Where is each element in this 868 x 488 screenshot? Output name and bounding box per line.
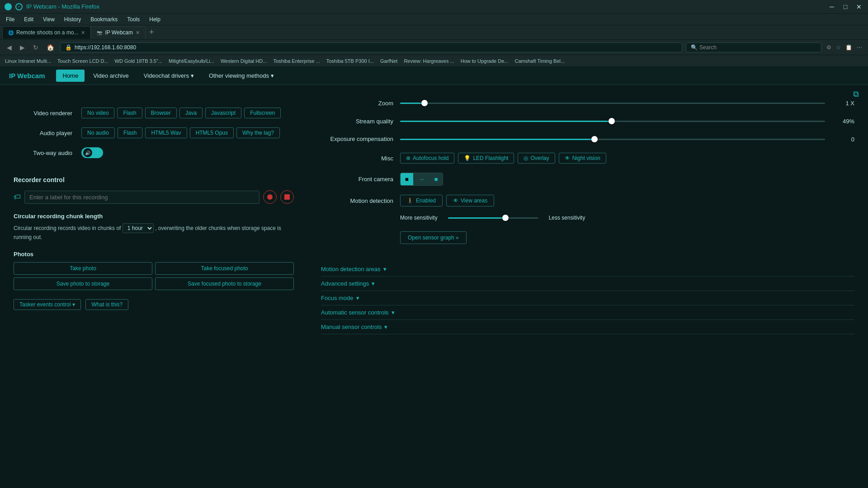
search-bar[interactable]: 🔍 Search [686, 42, 821, 52]
cam-switch-button[interactable]: → [413, 173, 430, 185]
menu-history[interactable]: History [61, 15, 85, 23]
recorder-title: Recorder control [14, 176, 294, 183]
search-icon: 🔍 [691, 44, 698, 51]
record-start-button[interactable] [263, 190, 277, 204]
nav-icon-1[interactable]: ⚙ [825, 43, 833, 52]
bookmark-3[interactable]: Milight/Easybulb/Li... [166, 57, 217, 65]
save-focused-photo-button[interactable]: Save focused photo to storage [155, 277, 294, 290]
toggle-knob: 🔊 [83, 148, 92, 157]
take-photo-button[interactable]: Take photo [14, 262, 152, 275]
motion-enabled-button[interactable]: 🚶 Enabled [400, 195, 443, 206]
nav-videochat[interactable]: Videochat drivers ▾ [137, 70, 200, 82]
nav-icon-3[interactable]: 📋 [844, 43, 854, 52]
nav-icon-4[interactable]: ⋯ [855, 43, 863, 52]
collapsible-automatic-sensor[interactable]: Automatic sensor controls ▾ [321, 305, 854, 320]
bookmark-2[interactable]: WD Gold 18TB 3.5"... [112, 57, 165, 65]
menu-file[interactable]: File [2, 15, 18, 23]
bookmark-4[interactable]: Western Digital HD... [218, 57, 270, 65]
motion-detection-row: Motion detection 🚶 Enabled 👁 View areas [321, 195, 854, 206]
bookmark-9[interactable]: How to Upgrade De... [458, 57, 511, 65]
minimize-button[interactable]: ─ [827, 2, 836, 11]
bookmark-8[interactable]: Review: Hargreaves ... [401, 57, 457, 65]
tab-ip-webcam-label: IP Webcam [105, 29, 133, 36]
btn-flash-audio[interactable]: Flash [118, 127, 142, 138]
stream-quality-thumb[interactable] [609, 118, 615, 124]
bookmark-5[interactable]: Toshiba Enterprise ... [270, 57, 322, 65]
focus-mode-label: Focus mode [321, 295, 354, 301]
reload-button[interactable]: ↻ [31, 43, 41, 52]
menu-edit[interactable]: Edit [20, 15, 37, 23]
cam-switch-icon: → [419, 176, 425, 183]
bookmark-0[interactable]: Linux Intranet Multi... [2, 57, 54, 65]
close-button[interactable]: ✕ [854, 2, 863, 11]
zoom-thumb[interactable] [421, 100, 428, 106]
tab-ip-webcam-close[interactable]: ✕ [136, 30, 140, 36]
btn-no-audio[interactable]: No audio [81, 127, 115, 138]
tab-ip-webcam[interactable]: 📷 IP Webcam ✕ [91, 26, 146, 39]
tab-remote-close[interactable]: ✕ [81, 30, 85, 36]
menu-tools[interactable]: Tools [123, 15, 143, 23]
new-tab-button[interactable]: + [146, 28, 158, 37]
menu-help[interactable]: Help [146, 15, 164, 23]
exposure-slider[interactable] [400, 135, 825, 144]
menu-bookmarks[interactable]: Bookmarks [87, 15, 121, 23]
app-nav: IP Webcam Home Video archive Videochat d… [0, 67, 868, 85]
menu-view[interactable]: View [39, 15, 58, 23]
recording-label-input[interactable] [24, 191, 259, 204]
bookmark-7[interactable]: GarfNet [377, 57, 401, 65]
save-photo-button[interactable]: Save photo to storage [14, 277, 152, 290]
autofocus-hold-button[interactable]: ⊕ Autofocus hold [400, 153, 454, 164]
sensitivity-thumb[interactable] [502, 215, 509, 221]
overlay-button[interactable]: ◎ Overlay [518, 153, 555, 164]
video-renderer-row: Video renderer No video Flash Browser Ja… [14, 108, 294, 118]
forward-button[interactable]: ▶ [18, 43, 27, 52]
btn-flash-video[interactable]: Flash [117, 108, 142, 118]
night-vision-icon: 👁 [565, 155, 570, 161]
btn-why-lag[interactable]: Why the lag? [236, 127, 280, 138]
chunk-select[interactable]: 1 hour [123, 223, 154, 233]
zoom-slider[interactable] [400, 99, 825, 108]
btn-browser-video[interactable]: Browser [145, 108, 177, 118]
cam-front-button[interactable]: ■ [430, 173, 443, 185]
btn-fullscreen-video[interactable]: Fullscreen [244, 108, 281, 118]
btn-java-video[interactable]: Java [179, 108, 203, 118]
maximize-button[interactable]: □ [841, 2, 850, 11]
app-title: IP Webcam [9, 72, 45, 80]
external-link-icon[interactable]: ⧉ [853, 89, 859, 99]
btn-html5-wav[interactable]: HTML5 Wav [145, 127, 187, 138]
exposure-thumb[interactable] [591, 136, 598, 142]
open-sensor-graph-button[interactable]: Open sensor graph » [400, 231, 467, 244]
btn-no-video[interactable]: No video [81, 108, 114, 118]
collapsible-advanced-settings[interactable]: Advanced settings ▾ [321, 277, 854, 291]
motion-person-icon: 🚶 [407, 197, 414, 204]
zoom-row: Zoom 1 X [321, 99, 854, 108]
what-is-this-button[interactable]: What is this? [85, 299, 128, 310]
title-bar-left: ✓ IP Webcam - Mozilla Firefox [5, 3, 99, 10]
collapsible-motion-detection-areas[interactable]: Motion detection areas ▾ [321, 262, 854, 277]
btn-javascript-video[interactable]: Javascript [205, 108, 241, 118]
tasker-events-button[interactable]: Tasker events control ▾ [14, 299, 81, 310]
bookmark-1[interactable]: Touch Screen LCD D... [55, 57, 111, 65]
night-vision-button[interactable]: 👁 Night vision [559, 153, 606, 164]
back-button[interactable]: ◀ [5, 43, 14, 52]
btn-html5-opus[interactable]: HTML5 Opus [190, 127, 234, 138]
home-button[interactable]: 🏠 [44, 43, 57, 52]
collapsible-focus-mode[interactable]: Focus mode ▾ [321, 291, 854, 305]
sensitivity-slider[interactable] [448, 213, 538, 222]
nav-icon-2[interactable]: ☆ [835, 43, 842, 52]
bookmark-10[interactable]: Camshaft Timing Bel... [512, 57, 567, 65]
two-way-audio-toggle[interactable]: 🔊 [81, 147, 103, 158]
take-focused-photo-button[interactable]: Take focused photo [155, 262, 294, 275]
record-stop-button[interactable] [280, 190, 294, 204]
nav-other-viewing[interactable]: Other viewing methods ▾ [203, 70, 280, 82]
collapsible-manual-sensor[interactable]: Manual sensor controls ▾ [321, 320, 854, 334]
nav-video-archive[interactable]: Video archive [87, 70, 135, 82]
tab-remote-shoots[interactable]: 🌐 Remote shoots on a mo... ✕ [2, 26, 91, 39]
motion-view-areas-button[interactable]: 👁 View areas [446, 195, 494, 206]
bookmark-6[interactable]: Toshiba 5TB P300 I... [324, 57, 377, 65]
led-flashlight-button[interactable]: 💡 LED Flashlight [458, 153, 514, 164]
cam-back-button[interactable]: ■ [401, 173, 413, 185]
nav-home[interactable]: Home [56, 70, 85, 82]
stream-quality-slider[interactable] [400, 117, 825, 126]
url-bar[interactable]: 🔒 https://192.168.1.60:8080 [60, 42, 682, 52]
